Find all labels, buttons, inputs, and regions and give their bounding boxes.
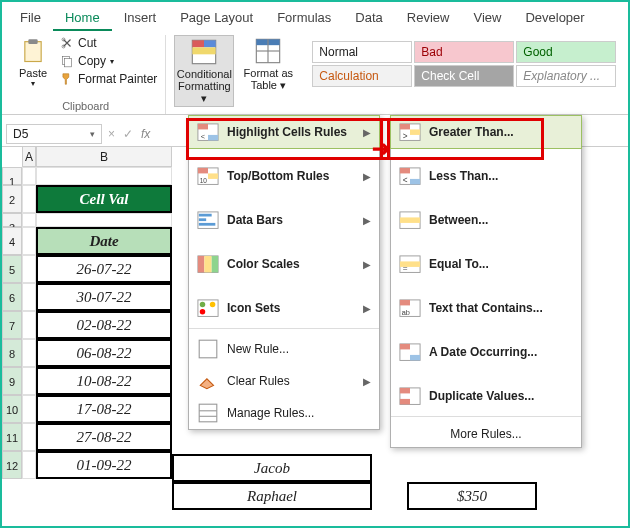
format-painter-button[interactable]: Format Painter — [58, 71, 159, 87]
copy-button[interactable]: Copy ▾ — [58, 53, 159, 69]
data-cell[interactable]: 02-08-22 — [36, 311, 172, 339]
svg-rect-43 — [400, 168, 410, 173]
copy-icon — [60, 54, 74, 68]
menu-date-occurring[interactable]: A Date Occurring... — [391, 336, 581, 368]
name-box[interactable]: D5 ▾ — [6, 124, 102, 144]
tab-home[interactable]: Home — [53, 6, 112, 31]
svg-rect-1 — [28, 39, 37, 44]
menu-less-than[interactable]: < Less Than... — [391, 160, 581, 192]
row-header[interactable]: 2 — [2, 185, 22, 213]
svg-rect-24 — [199, 218, 206, 221]
svg-rect-25 — [199, 223, 215, 226]
menu-label: Icon Sets — [227, 301, 355, 315]
tab-file[interactable]: File — [8, 6, 53, 31]
row-header[interactable]: 7 — [2, 311, 22, 339]
menu-label: Color Scales — [227, 257, 355, 271]
menu-label: Highlight Cells Rules — [227, 125, 355, 139]
menu-icon-sets[interactable]: Icon Sets ▶ — [189, 292, 379, 324]
format-as-table-button[interactable]: Format asTable ▾ — [238, 35, 298, 93]
menu-equal-to[interactable]: = Equal To... — [391, 248, 581, 280]
style-check-cell[interactable]: Check Cell — [414, 65, 514, 87]
menu-highlight-cells-rules[interactable]: < Highlight Cells Rules ▶ — [188, 115, 380, 149]
svg-rect-28 — [204, 256, 211, 272]
menu-duplicate-values[interactable]: Duplicate Values... — [391, 380, 581, 412]
text-contains-icon: ab — [399, 298, 421, 318]
row-header[interactable]: 4 — [2, 227, 22, 255]
style-explanatory[interactable]: Explanatory ... — [516, 65, 616, 87]
data-cell[interactable]: 26-07-22 — [36, 255, 172, 283]
row-header[interactable]: 1 — [2, 167, 22, 185]
menu-new-rule[interactable]: New Rule... — [189, 333, 379, 365]
svg-rect-5 — [65, 59, 72, 67]
menu-label: Top/Bottom Rules — [227, 169, 355, 183]
menu-top-bottom-rules[interactable]: 10 Top/Bottom Rules ▶ — [189, 160, 379, 192]
manage-rules-icon — [197, 403, 219, 423]
menu-label: Between... — [429, 213, 573, 227]
conditional-formatting-button[interactable]: ConditionalFormatting ▾ — [174, 35, 234, 107]
style-bad[interactable]: Bad — [414, 41, 514, 63]
data-cell[interactable]: Raphael — [172, 482, 372, 510]
row-header[interactable]: 12 — [2, 451, 22, 479]
tab-developer[interactable]: Developer — [513, 6, 596, 31]
svg-rect-19 — [198, 168, 208, 173]
menu-label: Text that Contains... — [429, 301, 573, 315]
menu-label: Clear Rules — [227, 374, 355, 388]
chevron-right-icon: ▶ — [363, 127, 371, 138]
tab-review[interactable]: Review — [395, 6, 462, 31]
fx-icon[interactable]: fx — [141, 127, 150, 141]
title-cell[interactable]: Cell Val — [36, 185, 172, 213]
cut-button[interactable]: Cut — [58, 35, 159, 51]
data-cell[interactable]: 01-09-22 — [36, 451, 172, 479]
data-cell[interactable]: 10-08-22 — [36, 367, 172, 395]
menu-between[interactable]: Between... — [391, 204, 581, 236]
data-cell[interactable]: $350 — [407, 482, 537, 510]
svg-rect-34 — [199, 340, 217, 358]
row-header[interactable]: 3 — [2, 213, 22, 227]
date-icon — [399, 342, 421, 362]
style-good[interactable]: Good — [516, 41, 616, 63]
col-header-b[interactable]: B — [36, 147, 172, 167]
menu-text-contains[interactable]: ab Text that Contains... — [391, 292, 581, 324]
row-header[interactable]: 8 — [2, 339, 22, 367]
tab-insert[interactable]: Insert — [112, 6, 169, 31]
row-header[interactable]: 11 — [2, 423, 22, 451]
svg-rect-9 — [193, 47, 216, 54]
data-cell[interactable]: 17-08-22 — [36, 395, 172, 423]
copy-label: Copy — [78, 54, 106, 68]
menu-clear-rules[interactable]: Clear Rules ▶ — [189, 365, 379, 397]
paste-icon — [19, 37, 47, 65]
tab-page-layout[interactable]: Page Layout — [168, 6, 265, 31]
tab-formulas[interactable]: Formulas — [265, 6, 343, 31]
top-bottom-icon: 10 — [197, 166, 219, 186]
data-cell[interactable]: 30-07-22 — [36, 283, 172, 311]
menu-more-rules[interactable]: More Rules... — [391, 421, 581, 447]
svg-rect-57 — [410, 355, 420, 360]
svg-text:10: 10 — [200, 176, 208, 183]
less-than-icon: < — [399, 166, 421, 186]
style-calculation[interactable]: Calculation — [312, 65, 412, 87]
table-icon — [254, 37, 282, 65]
svg-rect-39 — [400, 124, 410, 129]
row-header[interactable]: 5 — [2, 255, 22, 283]
menu-data-bars[interactable]: Data Bars ▶ — [189, 204, 379, 236]
tab-view[interactable]: View — [461, 6, 513, 31]
col-header-a[interactable]: A — [22, 147, 36, 167]
chevron-right-icon: ▶ — [363, 215, 371, 226]
data-cell[interactable]: 27-08-22 — [36, 423, 172, 451]
paste-button[interactable]: Paste ▾ — [12, 35, 54, 90]
data-cell[interactable]: Jacob — [172, 454, 372, 482]
row-header[interactable]: 9 — [2, 367, 22, 395]
menu-greater-than[interactable]: > Greater Than... — [390, 115, 582, 149]
row-header[interactable]: 10 — [2, 395, 22, 423]
svg-rect-56 — [400, 344, 410, 349]
date-header-cell[interactable]: Date — [36, 227, 172, 255]
menu-color-scales[interactable]: Color Scales ▶ — [189, 248, 379, 280]
menu-manage-rules[interactable]: Manage Rules... — [189, 397, 379, 429]
row-header[interactable]: 6 — [2, 283, 22, 311]
data-cell[interactable]: 06-08-22 — [36, 339, 172, 367]
style-normal[interactable]: Normal — [312, 41, 412, 63]
scissors-icon — [60, 36, 74, 50]
tab-data[interactable]: Data — [343, 6, 394, 31]
clipboard-group-label: Clipboard — [62, 98, 109, 114]
conditional-formatting-label: ConditionalFormatting ▾ — [177, 68, 232, 104]
